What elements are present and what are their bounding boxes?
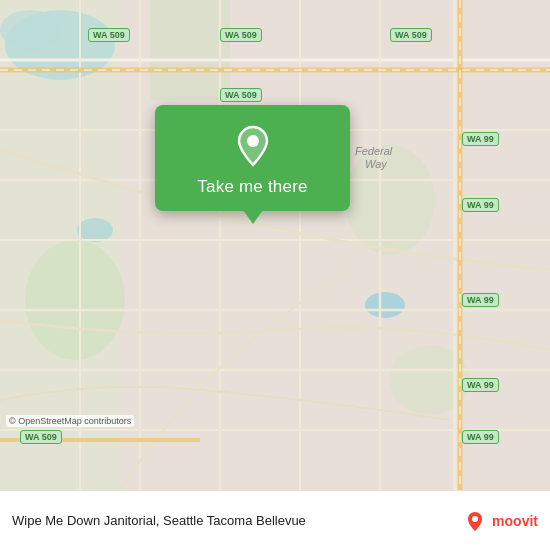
route-badge-wa509-3: WA 509: [390, 28, 432, 42]
bottom-title: Wipe Me Down Janitorial, Seattle Tacoma …: [12, 513, 454, 528]
map-container: Federal Way Take me there WA 509 WA 509 …: [0, 0, 550, 490]
route-badge-wa99-3: WA 99: [462, 293, 499, 307]
route-badge-wa509-5: WA 509: [20, 430, 62, 444]
copyright-text: © OpenStreetMap contributors: [6, 415, 134, 427]
svg-point-28: [472, 516, 478, 522]
moovit-label: moovit: [492, 513, 538, 529]
svg-text:Federal: Federal: [355, 145, 393, 157]
location-pin-icon: [231, 123, 275, 167]
route-badge-wa99-1: WA 99: [462, 132, 499, 146]
route-badge-wa99-5: WA 99: [462, 430, 499, 444]
svg-text:Way: Way: [365, 158, 388, 170]
popup-label: Take me there: [197, 177, 307, 197]
bottom-bar: Wipe Me Down Janitorial, Seattle Tacoma …: [0, 490, 550, 550]
route-badge-wa99-2: WA 99: [462, 198, 499, 212]
route-badge-wa509-2: WA 509: [220, 28, 262, 42]
svg-point-4: [365, 292, 405, 318]
svg-point-27: [247, 135, 259, 147]
route-badge-wa99-4: WA 99: [462, 378, 499, 392]
moovit-logo: moovit: [464, 510, 538, 532]
svg-point-7: [25, 240, 125, 360]
moovit-pin-icon: [464, 510, 486, 532]
map-popup[interactable]: Take me there: [155, 105, 350, 211]
svg-point-8: [345, 145, 435, 255]
route-badge-wa509-4: WA 509: [220, 88, 262, 102]
svg-rect-6: [150, 0, 230, 100]
route-badge-wa509-1: WA 509: [88, 28, 130, 42]
